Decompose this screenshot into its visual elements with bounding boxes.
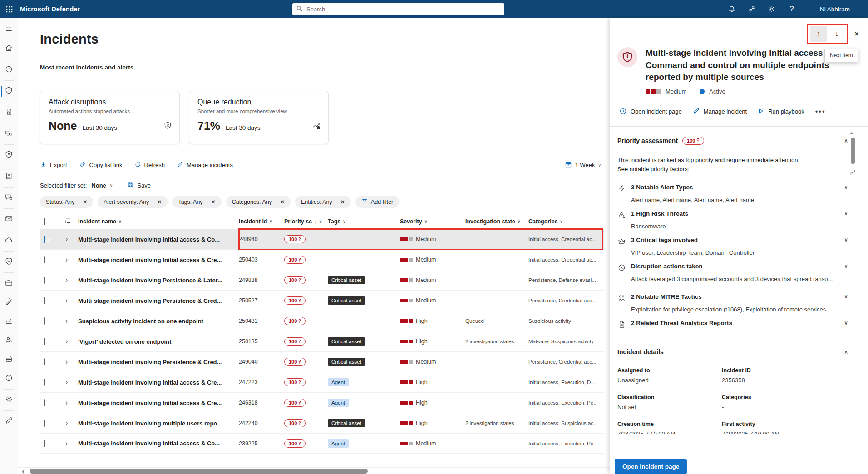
row-checkbox[interactable]: [44, 379, 45, 386]
chevron-down-icon[interactable]: ∨: [844, 320, 848, 326]
expand-row-icon[interactable]: ›: [60, 399, 78, 407]
filter-chip[interactable]: Alert severity: Any✕: [98, 196, 168, 208]
expand-row-icon[interactable]: ›: [60, 358, 78, 366]
remove-filter-icon[interactable]: ✕: [280, 199, 285, 205]
priority-factor[interactable]: 2 Related Threat Analytics Reports∨: [617, 320, 848, 330]
table-row[interactable]: ›Multi-stage incident involving Initial …: [40, 392, 604, 413]
table-row[interactable]: ›Multi-stage incident involving Initial …: [40, 372, 604, 392]
row-checkbox[interactable]: [44, 317, 45, 325]
sidebar-item-info[interactable]: [0, 369, 18, 388]
sidebar-item-learning-hub[interactable]: [0, 167, 18, 186]
column-header-incident-name[interactable]: Incident name∨: [78, 218, 239, 225]
table-row[interactable]: ›Multi-stage incident involving Initial …: [40, 249, 604, 270]
incident-name[interactable]: Multi-stage incident involving Initial a…: [78, 257, 239, 263]
incident-name[interactable]: Multi-stage incident involving Persisten…: [78, 297, 239, 304]
share-icon[interactable]: [848, 168, 856, 178]
close-panel-icon[interactable]: ✕: [851, 28, 863, 40]
sidebar-item-assets[interactable]: [0, 274, 18, 293]
filter-chip[interactable]: Categories: Any✕: [226, 196, 291, 208]
sidebar-item-customize[interactable]: [0, 412, 18, 431]
priority-factor[interactable]: 1 High Risk Threats∨Ransomware: [617, 210, 848, 230]
column-header-incident-id[interactable]: Incident Id∨: [239, 218, 284, 225]
incident-name[interactable]: 'Vigorf' detected on one endpoint: [78, 338, 239, 345]
manage-incident-button[interactable]: Manage incident: [693, 107, 747, 116]
incident-name[interactable]: Multi-stage incident involving Initial a…: [78, 440, 239, 447]
sidebar-item-incidents[interactable]: [0, 82, 18, 101]
column-header-severity[interactable]: Severity∨: [400, 218, 465, 225]
column-header-tags[interactable]: Tags∨: [328, 218, 400, 225]
search-input[interactable]: Search: [292, 3, 504, 15]
collapse-section-icon[interactable]: ∧: [844, 138, 848, 144]
sidebar-item-investigation-history[interactable]: [0, 60, 18, 79]
incident-name[interactable]: Multi-stage incident involving Initial a…: [78, 236, 239, 243]
incident-name[interactable]: Multi-stage incident involving Initial a…: [78, 400, 239, 406]
open-incident-page-button[interactable]: Open incident page: [615, 459, 687, 474]
row-checkbox[interactable]: [44, 358, 45, 365]
table-row[interactable]: ›Multi-stage incident involving Initial …: [40, 229, 604, 249]
waffle-icon[interactable]: [0, 0, 18, 18]
manage-incidents-button[interactable]: Manage incidents: [177, 161, 233, 169]
chevron-down-icon[interactable]: ∨: [110, 183, 113, 188]
table-row[interactable]: ›Multi-stage incident involving Initial …: [40, 433, 604, 454]
collapse-section-icon[interactable]: ∧: [844, 349, 848, 355]
row-checkbox[interactable]: [44, 399, 45, 406]
priority-factor[interactable]: 3 Critical tags involved∨VIP user, Leade…: [617, 237, 848, 256]
column-header-priority[interactable]: Priority sc↓∨: [284, 218, 328, 225]
queue-reduction-card[interactable]: Queue reduction Shorter and more compreh…: [189, 91, 329, 144]
expand-row-icon[interactable]: ›: [60, 337, 78, 346]
priority-factor[interactable]: 3 Notable Alert Types∨Alert name, Alert …: [617, 184, 848, 203]
sidebar-item-home[interactable]: [0, 39, 18, 58]
help-icon[interactable]: ?: [782, 0, 802, 18]
scroll-left-arrow-icon[interactable]: [22, 469, 24, 474]
sidebar-item-policies[interactable]: [0, 252, 18, 272]
row-checkbox[interactable]: [44, 297, 45, 304]
expand-row-icon[interactable]: ›: [60, 317, 78, 325]
table-row[interactable]: ›Suspicious activity incident on one end…: [40, 311, 604, 331]
more-actions-icon[interactable]: •••: [815, 108, 826, 116]
sidebar-item-settings[interactable]: [0, 390, 18, 410]
chevron-down-icon[interactable]: ∨: [844, 293, 848, 300]
sidebar-item-exposure[interactable]: [0, 146, 18, 165]
table-row[interactable]: ›Multi-stage incident involving Persiste…: [40, 270, 604, 290]
row-checkbox[interactable]: [44, 440, 45, 447]
expand-row-icon[interactable]: ›: [60, 296, 78, 305]
column-header-investigation-state[interactable]: Investigation state∨: [465, 218, 528, 225]
user-name[interactable]: Ni Abhiram: [820, 6, 850, 13]
incident-name[interactable]: Suspicious activity incident on one endp…: [78, 318, 239, 325]
table-row[interactable]: ›Multi-stage incident involving Persiste…: [40, 290, 604, 311]
priority-factor[interactable]: Disruption actions taken∨Attack leverage…: [617, 263, 848, 282]
horizontal-scrollbar-thumb[interactable]: [30, 469, 368, 474]
table-row[interactable]: ›Multi-stage incident involving multiple…: [40, 413, 604, 433]
chevron-down-icon[interactable]: ∨: [844, 210, 848, 217]
sidebar-item-menu[interactable]: [0, 20, 18, 39]
vertical-scrollbar-thumb[interactable]: [851, 138, 855, 164]
remove-filter-icon[interactable]: ✕: [340, 199, 345, 205]
attack-disruptions-card[interactable]: Attack disruptions Automated actions sto…: [40, 91, 180, 144]
remove-filter-icon[interactable]: ✕: [157, 199, 162, 205]
priority-factor[interactable]: 2 Notable MITRE Tactics∨Exploitation for…: [617, 293, 848, 313]
sidebar-item-community[interactable]: [0, 331, 18, 350]
sidebar-item-reporting[interactable]: [0, 103, 18, 122]
bell-icon[interactable]: [722, 0, 742, 18]
run-playbook-button[interactable]: Run playbook: [758, 108, 804, 116]
chevron-down-icon[interactable]: ∨: [844, 184, 848, 190]
remove-filter-icon[interactable]: ✕: [211, 199, 216, 205]
time-range-dropdown[interactable]: 1 Week ∨: [565, 161, 601, 169]
incident-name[interactable]: Multi-stage incident involving Persisten…: [78, 359, 239, 365]
sidebar-item-whats-new[interactable]: [0, 350, 18, 369]
sidebar-item-tutorials[interactable]: [0, 293, 18, 312]
refresh-button[interactable]: Refresh: [134, 161, 165, 169]
table-row[interactable]: ›'Vigorf' detected on one endpoint250135…: [40, 331, 604, 351]
filter-set-value[interactable]: None: [91, 182, 106, 189]
group-by-icon[interactable]: [60, 217, 78, 226]
expand-row-icon[interactable]: ›: [60, 235, 78, 243]
previous-item-button[interactable]: ↑: [810, 26, 827, 42]
row-checkbox[interactable]: [44, 256, 45, 263]
sidebar-item-cloud-apps[interactable]: [0, 231, 18, 250]
incident-name[interactable]: Multi-stage incident involving Persisten…: [78, 277, 239, 284]
expand-row-icon[interactable]: ›: [60, 256, 78, 264]
expand-row-icon[interactable]: ›: [60, 276, 78, 284]
row-checkbox[interactable]: [44, 276, 45, 284]
next-item-button[interactable]: ↓: [828, 26, 845, 42]
horizontal-scrollbar[interactable]: [18, 467, 610, 474]
